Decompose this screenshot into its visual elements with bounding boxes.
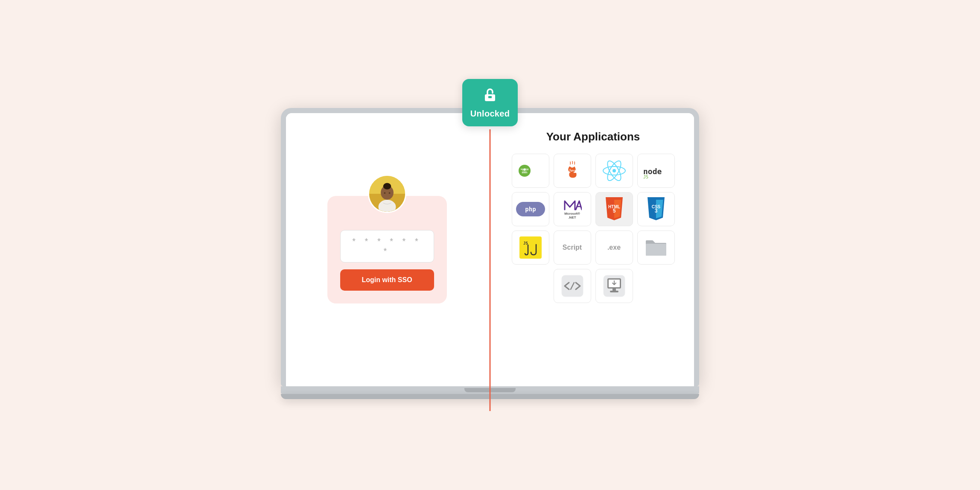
svg-rect-42 <box>610 291 618 292</box>
empty-cell-1 <box>512 269 549 303</box>
php-icon: php <box>516 201 545 217</box>
svg-text:php: php <box>525 206 536 213</box>
spring-boot-icon: spring boot <box>517 161 544 180</box>
svg-rect-1 <box>488 96 492 98</box>
app-java[interactable]: Java <box>554 154 591 188</box>
applications-panel: Your Applications spring boot <box>488 113 694 386</box>
svg-text:3: 3 <box>654 208 657 214</box>
nodejs-icon: node JS <box>641 162 671 179</box>
download-icon <box>603 275 625 297</box>
svg-rect-35 <box>646 244 666 256</box>
svg-text:JS: JS <box>523 241 528 245</box>
script-label: Script <box>563 244 582 251</box>
avatar-container <box>368 175 406 213</box>
svg-rect-41 <box>612 289 616 291</box>
svg-point-7 <box>385 183 389 187</box>
exe-label: .exe <box>607 244 621 251</box>
scene: Unlocked <box>281 91 699 399</box>
login-panel: * * * * * * * Login with SSO <box>286 113 488 386</box>
svg-rect-33 <box>519 236 542 259</box>
app-spring-boot[interactable]: spring boot <box>512 154 549 188</box>
app-exe[interactable]: .exe <box>595 230 633 265</box>
app-css3[interactable]: CSS 3 <box>637 192 675 226</box>
unlock-icon <box>482 87 498 105</box>
password-field[interactable]: * * * * * * * <box>340 230 434 262</box>
app-html5[interactable]: HTML 5 <box>595 192 633 226</box>
app-php[interactable]: php <box>512 192 549 226</box>
avatar-svg <box>369 175 405 213</box>
app-code[interactable] <box>554 269 591 303</box>
svg-text:5: 5 <box>612 208 615 214</box>
react-icon <box>601 158 627 184</box>
svg-point-19 <box>612 169 616 172</box>
badge-label: Unlocked <box>470 109 510 119</box>
app-download[interactable] <box>595 269 633 303</box>
app-script[interactable]: Script <box>554 230 591 265</box>
unlocked-badge: Unlocked <box>462 79 518 126</box>
app-nodejs[interactable]: node JS <box>637 154 675 188</box>
code-icon <box>561 275 583 297</box>
avatar <box>368 175 406 213</box>
applications-title: Your Applications <box>546 130 640 143</box>
sso-login-button[interactable]: Login with SSO <box>340 269 434 291</box>
svg-point-8 <box>384 192 385 194</box>
dotnet-icon <box>563 199 582 211</box>
login-card: * * * * * * * Login with SSO <box>327 196 447 303</box>
svg-point-9 <box>388 192 390 194</box>
login-card-body: * * * * * * * Login with SSO <box>340 230 434 291</box>
center-divider-line <box>490 129 491 411</box>
svg-text:JS: JS <box>643 175 648 179</box>
css3-icon: CSS 3 <box>646 197 666 221</box>
applications-grid: spring boot <box>512 154 675 303</box>
app-react[interactable] <box>595 154 633 188</box>
app-folder[interactable] <box>637 230 675 265</box>
app-dotnet[interactable]: Microsoft® .NET <box>554 192 591 226</box>
folder-icon <box>645 239 667 257</box>
javascript-icon: JS <box>519 236 542 259</box>
empty-cell-2 <box>637 269 675 303</box>
java-icon: Java <box>561 158 584 184</box>
app-javascript[interactable]: JS <box>512 230 549 265</box>
svg-text:Java: Java <box>569 169 576 172</box>
html5-icon: HTML 5 <box>604 197 624 221</box>
